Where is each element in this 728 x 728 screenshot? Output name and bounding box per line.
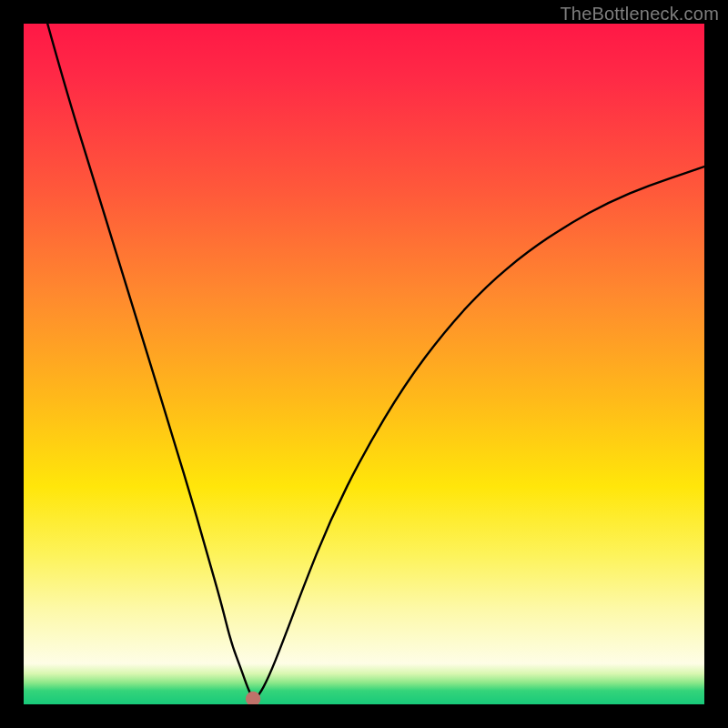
min-marker — [246, 692, 260, 704]
curve-layer — [24, 24, 704, 704]
plot-area — [24, 24, 704, 704]
chart-frame: TheBottleneck.com — [0, 0, 728, 728]
bottleneck-curve — [47, 24, 704, 698]
watermark-text: TheBottleneck.com — [560, 4, 719, 25]
